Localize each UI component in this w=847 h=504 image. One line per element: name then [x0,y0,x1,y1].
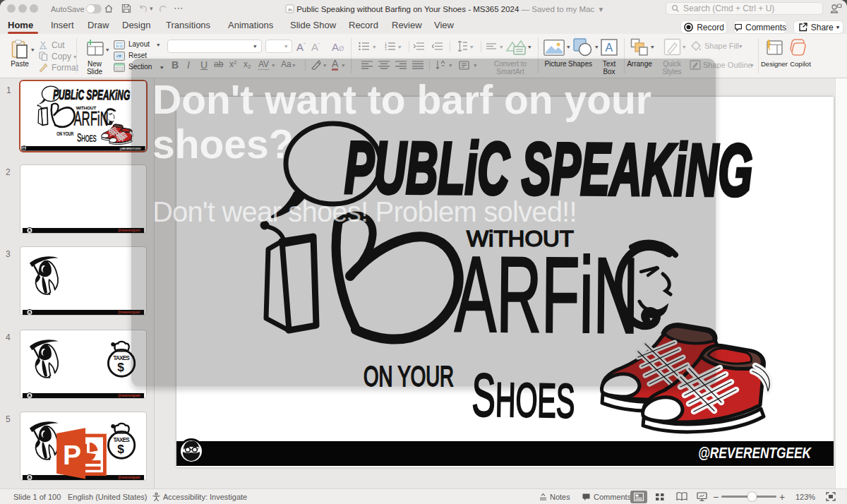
svg-text:A: A [606,42,613,54]
svg-text:3: 3 [385,48,387,52]
